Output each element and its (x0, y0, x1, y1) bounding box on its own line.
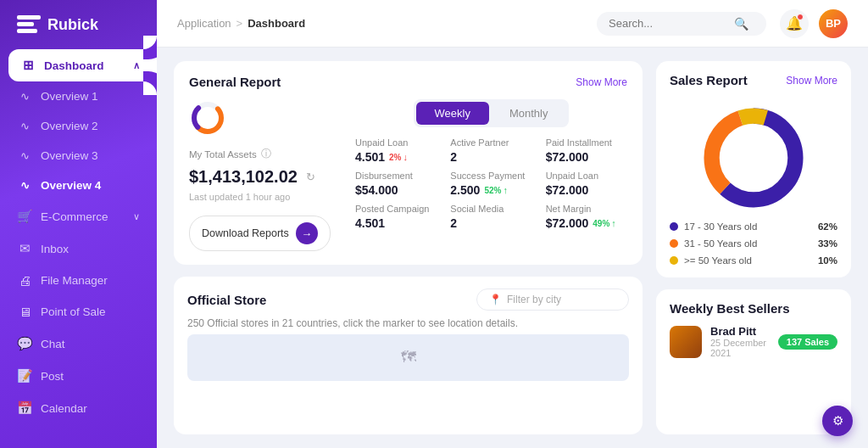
sidebar-item-overview2[interactable]: ∿ Overview 2 (0, 111, 157, 141)
chevron-icon: ∨ (133, 211, 140, 222)
search-icon: 🔍 (734, 17, 748, 31)
legend-pct: 33% (818, 238, 837, 249)
stat-unpaid-loan2: Unpaid Loan $72.000 (546, 171, 627, 197)
sidebar-item-ecommerce[interactable]: 🛒 E-Commerce ∨ (0, 200, 157, 232)
official-store-header: Official Store 📍 Filter by city (187, 288, 629, 311)
store-info: 250 Official stores in 21 countries, cli… (187, 317, 629, 329)
legend-dot-young (670, 222, 678, 231)
logo-icon (17, 15, 41, 34)
download-reports-button[interactable]: Download Reports → (189, 216, 331, 251)
sidebar-item-overview3[interactable]: ∿ Overview 3 (0, 141, 157, 171)
sidebar: Rubick ⊞ Dashboard ∧ ∿ Overview 1 ∿ Over… (0, 0, 157, 448)
seller-badge: 137 Sales (778, 334, 837, 350)
legend-item-young: 17 - 30 Years old 62% (670, 221, 837, 232)
tab-monthly[interactable]: Monthly (491, 102, 567, 125)
map-icon: 🗺 (401, 349, 416, 367)
sidebar-item-label: Overview 1 (41, 90, 98, 103)
legend-dot-old (670, 256, 678, 265)
settings-icon: ⚙ (832, 413, 843, 428)
sidebar-item-post[interactable]: 📝 Post (0, 360, 157, 392)
legend-label: 17 - 30 Years old (684, 221, 812, 232)
legend-dot-mid (670, 239, 678, 248)
best-seller-item: Brad Pitt 25 December 2021 137 Sales (670, 325, 837, 358)
asset-value: $1,413,102.02 (189, 166, 298, 187)
search-bar[interactable]: 🔍 (597, 12, 766, 36)
sidebar-logo: Rubick (0, 0, 157, 49)
seller-avatar (670, 326, 702, 358)
notification-button[interactable]: 🔔 (780, 9, 809, 38)
calendar-icon: 📅 (17, 400, 32, 416)
sales-report-show-more[interactable]: Show More (786, 75, 837, 87)
sales-report-header: Sales Report Show More (670, 73, 837, 87)
location-icon: 📍 (489, 294, 502, 305)
asset-updated: Last updated 1 hour ago (189, 192, 342, 202)
chat-icon: 💬 (17, 336, 32, 351)
refresh-icon[interactable]: ↻ (306, 171, 315, 183)
general-report-header: General Report Show More (189, 75, 627, 89)
sidebar-item-overview4[interactable]: ∿ Overview 4 (0, 171, 157, 200)
settings-fab[interactable]: ⚙ (822, 406, 853, 436)
topbar-actions: 🔔 BP (780, 9, 848, 38)
main-content: Application > Dashboard 🔍 🔔 BP General R… (157, 0, 868, 448)
legend-item-mid: 31 - 50 Years old 33% (670, 238, 837, 249)
stat-social-media: Social Media 2 (450, 204, 531, 230)
sales-report-section: Sales Report Show More (656, 61, 851, 277)
sidebar-nav: ⊞ Dashboard ∧ ∿ Overview 1 ∿ Overview 2 … (0, 49, 157, 448)
general-report-title: General Report (189, 75, 281, 89)
asset-value-row: $1,413,102.02 ↻ (189, 166, 342, 187)
breadcrumb-parent: Application (177, 17, 231, 30)
breadcrumb-current: Dashboard (248, 17, 305, 30)
breadcrumb-separator: > (236, 17, 243, 30)
sidebar-item-label: Chat (41, 338, 65, 350)
official-store-title: Official Store (187, 293, 266, 307)
sidebar-item-overview1[interactable]: ∿ Overview 1 (0, 81, 157, 111)
sidebar-item-label: Post (41, 370, 64, 383)
sidebar-item-label: Point of Sale (41, 305, 106, 318)
dashboard-icon: ⊞ (20, 58, 36, 73)
badge-up: 49% ↑ (593, 218, 616, 228)
arrow-icon: → (296, 222, 318, 244)
pos-icon: 🖥 (17, 305, 32, 319)
stat-unpaid-loan: Unpaid Loan 4.501 2% ↓ (355, 137, 437, 164)
filter-placeholder: Filter by city (507, 294, 561, 305)
app-name: Rubick (47, 16, 98, 34)
chevron-icon: ∧ (133, 60, 140, 71)
content-area: General Report Show More My Total Asset (157, 48, 868, 448)
seller-name: Brad Pitt (710, 325, 770, 338)
filter-city-input[interactable]: 📍 Filter by city (476, 288, 629, 311)
post-icon: 📝 (17, 368, 32, 384)
info-icon: ⓘ (261, 147, 271, 161)
sales-donut-chart (698, 103, 809, 213)
sidebar-item-label: Dashboard (44, 59, 104, 72)
asset-card: My Total Assets ⓘ $1,413,102.02 ↻ Last u… (189, 99, 342, 251)
general-report-inner: My Total Assets ⓘ $1,413,102.02 ↻ Last u… (189, 99, 627, 251)
left-panel: General Report Show More My Total Asset (174, 61, 643, 434)
sidebar-item-inbox[interactable]: ✉ Inbox (0, 232, 157, 265)
sidebar-item-label: Calendar (41, 402, 87, 415)
sidebar-item-dashboard[interactable]: ⊞ Dashboard ∧ (8, 49, 157, 81)
seller-info: Brad Pitt 25 December 2021 (710, 325, 770, 358)
sales-donut-container (670, 98, 837, 221)
stats-panel: Weekly Monthly Unpaid Loan 4.501 2% ↓ (355, 99, 627, 251)
sidebar-item-label: E-Commerce (41, 210, 108, 223)
general-report-show-more[interactable]: Show More (576, 76, 627, 88)
asset-donut-chart (189, 99, 226, 137)
sidebar-item-chat[interactable]: 💬 Chat (0, 328, 157, 360)
legend-item-old: >= 50 Years old 10% (670, 255, 837, 266)
inbox-icon: ✉ (17, 241, 32, 256)
stat-active-partner: Active Partner 2 (450, 137, 531, 164)
overview2-icon: ∿ (17, 120, 32, 132)
sidebar-item-calendar[interactable]: 📅 Calendar (0, 392, 157, 424)
best-sellers-title: Weekly Best Sellers (670, 301, 789, 316)
sales-legend: 17 - 30 Years old 62% 31 - 50 Years old … (670, 221, 837, 266)
official-store-section: Official Store 📍 Filter by city 250 Offi… (174, 277, 643, 434)
ecommerce-icon: 🛒 (17, 209, 32, 224)
avatar[interactable]: BP (819, 9, 848, 38)
tab-bar: Weekly Monthly (414, 99, 570, 127)
tab-weekly[interactable]: Weekly (416, 102, 489, 125)
sidebar-item-label: Overview 2 (41, 120, 98, 132)
search-input[interactable] (609, 17, 727, 30)
sidebar-item-point-of-sale[interactable]: 🖥 Point of Sale (0, 296, 157, 328)
breadcrumb: Application > Dashboard (177, 17, 583, 30)
sidebar-item-file-manager[interactable]: 🖨 File Manager (0, 265, 157, 296)
